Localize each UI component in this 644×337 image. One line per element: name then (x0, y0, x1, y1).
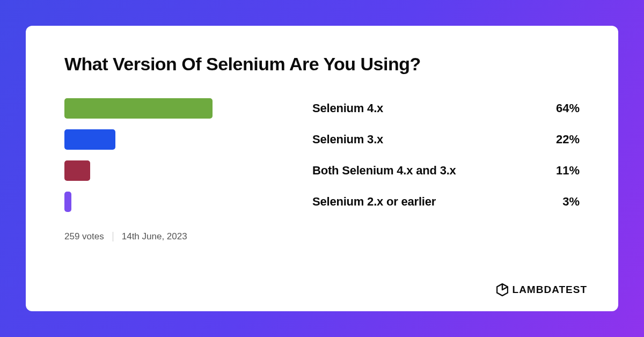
bar-row: Selenium 2.x or earlier 3% (64, 192, 580, 212)
bar-fill (64, 192, 71, 212)
brand-name: LAMBDATEST (513, 284, 587, 296)
bar-row: Both Selenium 4.x and 3.x 11% (64, 160, 580, 181)
bar-fill (64, 160, 90, 181)
bar-label: Selenium 2.x or earlier (312, 195, 537, 209)
chart-rows: Selenium 4.x 64% Selenium 3.x 22% Both S… (64, 98, 580, 212)
bar-fill (64, 98, 213, 119)
bar-track (64, 129, 296, 150)
bar-label: Selenium 4.x (312, 101, 537, 115)
poll-card: What Version Of Selenium Are You Using? … (26, 26, 618, 311)
brand-logo: LAMBDATEST (496, 283, 587, 296)
bar-track (64, 192, 296, 212)
bar-value: 11% (537, 164, 580, 178)
bar-value: 64% (537, 101, 580, 115)
bar-label: Selenium 3.x (312, 133, 537, 146)
chart-meta: 259 votes 14th June, 2023 (64, 231, 580, 242)
bar-row: Selenium 4.x 64% (64, 98, 580, 119)
poll-date: 14th June, 2023 (122, 231, 187, 242)
bar-row: Selenium 3.x 22% (64, 129, 580, 150)
bar-value: 22% (537, 133, 580, 146)
chart-title: What Version Of Selenium Are You Using? (64, 54, 580, 75)
vote-count: 259 votes (64, 231, 104, 242)
meta-separator (113, 232, 113, 241)
bar-label: Both Selenium 4.x and 3.x (312, 164, 537, 178)
bar-value: 3% (537, 195, 580, 209)
lambdatest-icon (496, 283, 508, 296)
bar-track (64, 160, 296, 181)
bar-fill (64, 129, 115, 150)
bar-track (64, 98, 296, 119)
